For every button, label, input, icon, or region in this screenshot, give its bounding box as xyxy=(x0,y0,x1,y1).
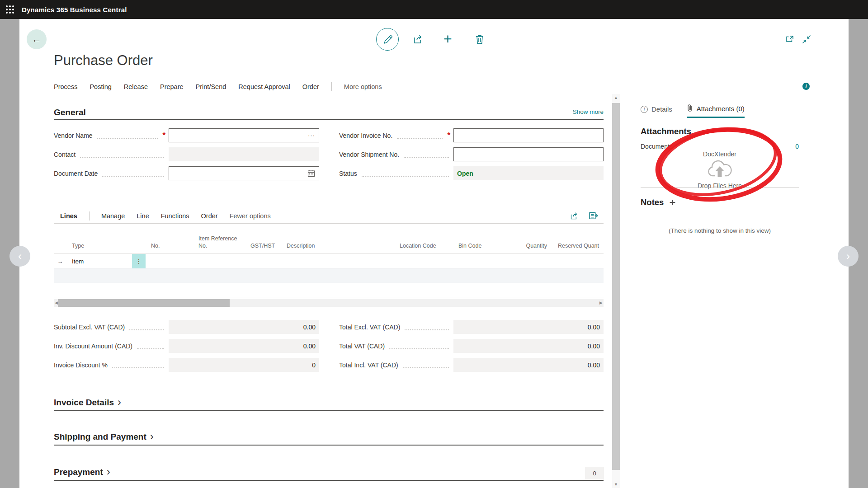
col-header-type[interactable]: Type xyxy=(66,242,132,249)
assist-edit-button[interactable]: ··· xyxy=(308,132,315,139)
vendor-invoice-no-input-text[interactable] xyxy=(458,131,599,140)
menu-item-release[interactable]: Release xyxy=(124,83,148,90)
page-info-icon[interactable]: i xyxy=(802,83,810,90)
chevron-right-icon: › xyxy=(846,250,850,263)
lines-menu-line[interactable]: Line xyxy=(137,212,149,220)
tab-details[interactable]: i Details xyxy=(641,100,672,118)
top-navigation-bar: Dynamics 365 Business Central xyxy=(0,0,868,19)
lines-menu-manage[interactable]: Manage xyxy=(101,212,125,220)
add-note-button[interactable]: + xyxy=(669,198,675,206)
app-launcher-waffle-icon[interactable] xyxy=(6,5,14,14)
col-header-location-code[interactable]: Location Code xyxy=(394,242,453,249)
subtotal-excl-vat-label: Subtotal Excl. VAT (CAD) xyxy=(54,324,125,331)
open-in-excel-icon[interactable] xyxy=(589,211,598,220)
menu-item-process[interactable]: Process xyxy=(54,83,77,90)
vendor-name-input[interactable]: ··· xyxy=(169,128,319,142)
lines-grid-header: Type No. Item Reference No. GST/HST Desc… xyxy=(54,224,604,254)
menu-item-print-send[interactable]: Print/Send xyxy=(196,83,226,90)
menu-item-order[interactable]: Order xyxy=(302,83,319,90)
next-record-button[interactable]: › xyxy=(838,246,859,267)
required-asterisk: * xyxy=(162,131,165,140)
docxtender-drop-zone[interactable]: DocXtender Drop Files Here xyxy=(641,150,799,189)
vendor-shipment-no-input-text[interactable] xyxy=(458,150,599,159)
documents-count[interactable]: 0 xyxy=(795,143,799,150)
scroll-down-arrow-icon[interactable]: ▼ xyxy=(612,482,620,487)
tab-lines[interactable]: Lines xyxy=(60,212,77,220)
shipping-and-payment-section-toggle[interactable]: Shipping and Payment › xyxy=(54,432,154,442)
inv-discount-amount-row: Inv. Discount Amount (CAD) 0.00 xyxy=(54,339,319,353)
lines-row-3[interactable] xyxy=(54,283,604,297)
menu-item-prepare[interactable]: Prepare xyxy=(160,83,184,90)
lines-row-2[interactable] xyxy=(54,268,604,283)
line-type-cell[interactable]: Item xyxy=(66,258,132,265)
scroll-up-arrow-icon[interactable]: ▲ xyxy=(612,95,620,100)
vendor-name-input-text[interactable] xyxy=(173,131,308,140)
total-vat-field: 0.00 xyxy=(453,339,604,353)
vendor-shipment-no-input[interactable] xyxy=(453,147,604,161)
col-header-no[interactable]: No. xyxy=(146,242,193,249)
col-header-description[interactable]: Description xyxy=(281,242,394,249)
invoice-discount-pct-label: Invoice Discount % xyxy=(54,361,108,369)
page-title: Purchase Order xyxy=(54,52,153,69)
plus-icon: + xyxy=(443,32,452,46)
prepayment-section-toggle[interactable]: Prepayment › xyxy=(54,467,110,477)
lines-menu-order[interactable]: Order xyxy=(201,212,218,220)
header-divider xyxy=(19,77,849,77)
vendor-invoice-no-input[interactable] xyxy=(453,128,604,142)
edit-mode-button[interactable] xyxy=(376,28,399,51)
col-header-quantity[interactable]: Quantity xyxy=(498,242,552,249)
pencil-icon xyxy=(381,33,394,46)
calendar-icon[interactable] xyxy=(307,169,315,177)
subtotal-excl-vat-field: 0.00 xyxy=(169,320,319,334)
share-button[interactable] xyxy=(413,34,425,47)
chevron-right-icon: › xyxy=(107,467,110,476)
total-incl-vat-label: Total Incl. VAT (CAD) xyxy=(339,361,398,369)
lines-row-1[interactable]: → Item ⋮ xyxy=(54,254,604,268)
vendor-invoice-no-label: Vendor Invoice No. xyxy=(339,132,392,139)
leader-dots xyxy=(102,172,164,177)
leader-dots xyxy=(112,364,164,368)
back-button[interactable]: ← xyxy=(27,29,47,49)
scroll-right-arrow-icon[interactable]: ▶ xyxy=(599,299,603,307)
lines-menu-fewer-options[interactable]: Fewer options xyxy=(230,212,271,220)
col-header-reserved-quantity[interactable]: Reserved Quant xyxy=(552,242,604,249)
status-label: Status xyxy=(339,170,357,177)
cell-context-menu-button[interactable]: ⋮ xyxy=(132,254,146,268)
chevron-left-icon: ‹ xyxy=(18,250,22,263)
document-date-input-text[interactable] xyxy=(173,169,307,178)
total-vat-row: Total VAT (CAD) 0.00 xyxy=(339,339,604,353)
leader-dots xyxy=(389,345,449,349)
info-icon: i xyxy=(641,106,648,113)
delete-button[interactable] xyxy=(475,34,485,47)
vertical-scrollbar-thumb[interactable] xyxy=(612,103,620,470)
factbox-empty-message: (There is nothing to show in this view) xyxy=(641,227,799,234)
menu-item-more-options[interactable]: More options xyxy=(344,83,382,90)
documents-label: Documents xyxy=(641,143,673,150)
tab-attachments[interactable]: Attachments (0) xyxy=(687,100,745,118)
leader-dots xyxy=(403,364,449,368)
invoice-discount-pct-field: 0 xyxy=(169,358,319,372)
chevron-right-icon: › xyxy=(150,432,154,441)
lines-share-button[interactable] xyxy=(570,211,580,221)
active-row-marker-icon: → xyxy=(54,258,66,265)
lines-horizontal-scrollbar[interactable]: ◀ ▶ xyxy=(54,299,604,307)
main-vertical-scrollbar[interactable]: ▲ ▼ xyxy=(612,94,620,488)
menu-item-request-approval[interactable]: Request Approval xyxy=(238,83,290,90)
horizontal-scrollbar-thumb[interactable] xyxy=(58,299,230,307)
col-header-gst-hst[interactable]: GST/HST xyxy=(245,242,281,249)
scroll-left-arrow-icon[interactable]: ◀ xyxy=(55,299,58,307)
open-in-new-window-button[interactable] xyxy=(785,35,794,45)
previous-record-button[interactable]: ‹ xyxy=(9,246,30,267)
show-more-link[interactable]: Show more xyxy=(557,108,604,115)
collapse-page-button[interactable] xyxy=(802,35,811,46)
document-date-input[interactable] xyxy=(169,166,319,180)
col-header-bin-code[interactable]: Bin Code xyxy=(453,242,498,249)
menu-item-posting[interactable]: Posting xyxy=(90,83,111,90)
invoice-details-section-toggle[interactable]: Invoice Details › xyxy=(54,398,121,408)
col-header-item-reference-no[interactable]: Item Reference No. xyxy=(193,235,245,250)
new-document-button[interactable]: + xyxy=(443,32,452,46)
leader-dots xyxy=(405,326,449,330)
shipping-and-payment-rule xyxy=(54,445,604,446)
lines-menu-functions[interactable]: Functions xyxy=(161,212,189,220)
vendor-shipment-no-field-row: Vendor Shipment No. xyxy=(339,147,604,161)
